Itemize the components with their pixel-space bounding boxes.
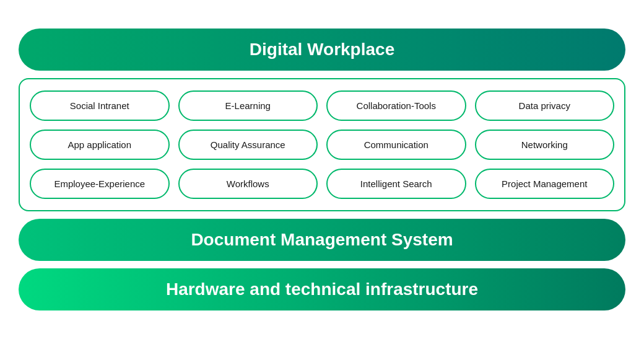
pill-networking: Networking <box>475 130 615 160</box>
diagram-container: Digital Workplace Social Intranet E-Lear… <box>19 29 625 310</box>
hardware-title: Hardware and technical infrastructure <box>166 280 478 299</box>
pill-collaboration-tools: Collaboration-Tools <box>326 90 466 121</box>
pill-employee-experience: Employee-Experience <box>30 169 170 199</box>
pill-project-management: Project Management <box>475 169 615 199</box>
digital-workplace-banner: Digital Workplace <box>19 29 625 71</box>
pill-app-application: App application <box>30 130 170 160</box>
pill-elearning: E-Learning <box>178 90 318 121</box>
pill-workflows: Workflows <box>178 169 318 199</box>
digital-workplace-title: Digital Workplace <box>250 40 394 59</box>
pill-social-intranet: Social Intranet <box>30 90 170 121</box>
document-management-title: Document Management System <box>191 230 453 249</box>
pill-data-privacy: Data privacy <box>475 90 615 121</box>
pill-intelligent-search: Intelligent Search <box>326 169 466 199</box>
hardware-banner: Hardware and technical infrastructure <box>19 268 625 310</box>
pills-grid: Social Intranet E-Learning Collaboration… <box>19 78 625 211</box>
pill-communication: Communication <box>326 130 466 160</box>
pill-quality-assurance: Quality Assurance <box>178 130 318 160</box>
document-management-banner: Document Management System <box>19 219 625 261</box>
